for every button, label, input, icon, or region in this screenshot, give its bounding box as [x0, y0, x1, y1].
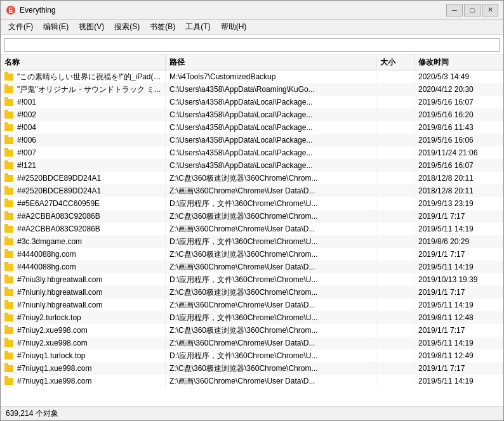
- table-row[interactable]: #7niuyq1.turlock.topD:\应用程序，文件\360Chrome…: [1, 349, 503, 362]
- cell-size: [376, 337, 414, 349]
- cell-name: #7niunly.hbgreatwall.com: [1, 299, 166, 311]
- table-row[interactable]: "この素晴らしい世界に祝福を!"的_iPad(2...M:\i4Tools7\C…: [1, 70, 503, 83]
- cell-date: 2019/8/16 11:43: [414, 121, 503, 134]
- cell-name-text: #!007: [17, 148, 36, 157]
- cell-path: C:\Users\a4358\AppData\Local\Package...: [166, 96, 376, 108]
- cell-name: #!007: [1, 146, 166, 159]
- table-row[interactable]: #!001C:\Users\a4358\AppData\Local\Packag…: [1, 96, 503, 108]
- table-row[interactable]: #7niuyq1.xue998.comZ:\C盘\360极速浏览器\360Chr…: [1, 362, 503, 375]
- cell-size: [376, 210, 414, 223]
- cell-path: D:\应用程序，文件\360Chrome\Chrome\U...: [166, 235, 376, 248]
- menu-edit[interactable]: 编辑(E): [38, 20, 74, 34]
- cell-name: ##5E6A27D4CC60959E: [1, 197, 166, 210]
- cell-path: Z:\C盘\360极速浏览器\360Chrome\Chrom...: [166, 172, 376, 185]
- cell-name-text: #4440088hg.com: [17, 262, 76, 271]
- cell-name: #!004: [1, 121, 166, 134]
- cell-path: M:\i4Tools7\CustomizedBackup: [166, 70, 376, 83]
- column-header-date[interactable]: 修改时间: [414, 55, 503, 70]
- folder-icon: [4, 188, 13, 195]
- table-row[interactable]: #7niunly.hbgreatwall.comZ:\画画\360Chrome\…: [1, 299, 503, 311]
- table-row[interactable]: #!002C:\Users\a4358\AppData\Local\Packag…: [1, 108, 503, 121]
- column-header-size[interactable]: 大小: [376, 55, 414, 70]
- cell-name-text: #!002: [17, 110, 36, 119]
- minimize-button[interactable]: ─: [446, 4, 463, 16]
- folder-icon: [4, 238, 13, 245]
- table-row[interactable]: "戸鬼"オリジナル・サウンドトラック ミ...C:\Users\a4358\Ap…: [1, 83, 503, 96]
- cell-size: [376, 134, 414, 146]
- cell-date: 2019/5/11 14:19: [414, 223, 503, 235]
- maximize-button[interactable]: □: [464, 4, 481, 16]
- cell-size: [376, 83, 414, 96]
- table-row[interactable]: ##2520BDCE89DD24A1Z:\画画\360Chrome\Chrome…: [1, 185, 503, 197]
- table-row[interactable]: #!121C:\Users\a4358\AppData\Local\Packag…: [1, 159, 503, 172]
- search-input[interactable]: [4, 38, 500, 52]
- cell-size: [376, 223, 414, 235]
- table-row[interactable]: #7niuy2.xue998.comZ:\画画\360Chrome\Chrome…: [1, 337, 503, 349]
- table-row[interactable]: #!006C:\Users\a4358\AppData\Local\Packag…: [1, 134, 503, 146]
- cell-path: D:\应用程序，文件\360Chrome\Chrome\U...: [166, 197, 376, 210]
- table-row[interactable]: ##2520BDCE89DD24A1Z:\C盘\360极速浏览器\360Chro…: [1, 172, 503, 185]
- folder-icon: [4, 340, 13, 347]
- folder-icon: [4, 276, 13, 283]
- table-row[interactable]: #7niuyq1.xue998.comZ:\画画\360Chrome\Chrom…: [1, 375, 503, 387]
- menu-file[interactable]: 文件(F): [3, 20, 38, 34]
- cell-name: #!121: [1, 159, 166, 172]
- cell-size: [376, 324, 414, 337]
- column-header-path[interactable]: 路径: [166, 55, 376, 70]
- table-header: 名称 路径 大小 修改时间: [1, 55, 503, 70]
- table-row[interactable]: #4440088hg.comZ:\C盘\360极速浏览器\360Chrome\C…: [1, 248, 503, 261]
- table-row[interactable]: #3c.3dmgame.comD:\应用程序，文件\360Chrome\Chro…: [1, 235, 503, 248]
- menu-tools[interactable]: 工具(T): [180, 20, 215, 34]
- title-bar: E Everything ─ □ ✕: [1, 1, 503, 20]
- cell-path: C:\Users\a4358\AppData\Roaming\KuGo...: [166, 83, 376, 96]
- table-row[interactable]: #7niuy2.turlock.topD:\应用程序，文件\360Chrome\…: [1, 311, 503, 324]
- column-header-name[interactable]: 名称: [1, 55, 166, 70]
- folder-icon: [4, 264, 13, 271]
- cell-name-text: #7niuyq1.xue998.com: [17, 377, 91, 385]
- cell-path: Z:\画画\360Chrome\Chrome\User Data\D...: [166, 299, 376, 311]
- table-row[interactable]: ##A2CBBA083C92086BZ:\C盘\360极速浏览器\360Chro…: [1, 210, 503, 223]
- cell-path: C:\Users\a4358\AppData\Local\Package...: [166, 121, 376, 134]
- folder-icon: [4, 327, 13, 334]
- cell-name-text: "戸鬼"オリジナル・サウンドトラック ミ...: [17, 84, 161, 95]
- cell-path: Z:\画画\360Chrome\Chrome\User Data\D...: [166, 185, 376, 197]
- cell-date: 2019/5/11 14:19: [414, 299, 503, 311]
- cell-size: [376, 172, 414, 185]
- menu-help[interactable]: 帮助(H): [216, 20, 252, 34]
- menu-bookmarks[interactable]: 书签(B): [145, 20, 180, 34]
- cell-name: #7niuyq1.turlock.top: [1, 349, 166, 362]
- folder-icon: [4, 302, 13, 309]
- close-button[interactable]: ✕: [482, 4, 498, 16]
- table-row[interactable]: #!007C:\Users\a4358\AppData\Local\Packag…: [1, 146, 503, 159]
- cell-path: C:\Users\a4358\AppData\Local\Package...: [166, 108, 376, 121]
- title-bar-controls: ─ □ ✕: [446, 4, 498, 16]
- window-title: Everything: [20, 6, 56, 15]
- cell-name-text: #3c.3dmgame.com: [17, 237, 82, 246]
- cell-name-text: #7niuyq1.xue998.com: [17, 364, 91, 373]
- folder-icon: [4, 314, 13, 321]
- cell-path: Z:\画画\360Chrome\Chrome\User Data\D...: [166, 261, 376, 273]
- cell-path: Z:\画画\360Chrome\Chrome\User Data\D...: [166, 223, 376, 235]
- table-row[interactable]: #7niunly.hbgreatwall.comZ:\C盘\360极速浏览器\3…: [1, 286, 503, 299]
- cell-name: #7niuy2.xue998.com: [1, 337, 166, 349]
- cell-date: 2020/5/3 14:49: [414, 70, 503, 83]
- cell-size: [376, 299, 414, 311]
- table-row[interactable]: ##5E6A27D4CC60959ED:\应用程序，文件\360Chrome\C…: [1, 197, 503, 210]
- table-row[interactable]: #7niuy2.xue998.comZ:\C盘\360极速浏览器\360Chro…: [1, 324, 503, 337]
- menu-search[interactable]: 搜索(S): [109, 20, 145, 34]
- cell-size: [376, 121, 414, 134]
- menu-view[interactable]: 视图(V): [74, 20, 109, 34]
- cell-date: 2019/1/1 7:17: [414, 362, 503, 375]
- cell-path: D:\应用程序，文件\360Chrome\Chrome\U...: [166, 311, 376, 324]
- cell-path: C:\Users\a4358\AppData\Local\Package...: [166, 159, 376, 172]
- cell-name: #!006: [1, 134, 166, 146]
- table-row[interactable]: #7niu3ly.hbgreatwall.comD:\应用程序，文件\360Ch…: [1, 273, 503, 286]
- main-window: E Everything ─ □ ✕ 文件(F) 编辑(E) 视图(V) 搜索(…: [0, 0, 504, 421]
- table-row[interactable]: #!004C:\Users\a4358\AppData\Local\Packag…: [1, 121, 503, 134]
- cell-name-text: #7niuyq1.turlock.top: [17, 351, 85, 360]
- cell-name-text: ##A2CBBA083C92086B: [17, 212, 100, 221]
- table-row[interactable]: ##A2CBBA083C92086BZ:\画画\360Chrome\Chrome…: [1, 223, 503, 235]
- folder-icon: [4, 74, 13, 81]
- table-row[interactable]: #4440088hg.comZ:\画画\360Chrome\Chrome\Use…: [1, 261, 503, 273]
- cell-name-text: "この素晴らしい世界に祝福を!"的_iPad(2...: [17, 72, 161, 82]
